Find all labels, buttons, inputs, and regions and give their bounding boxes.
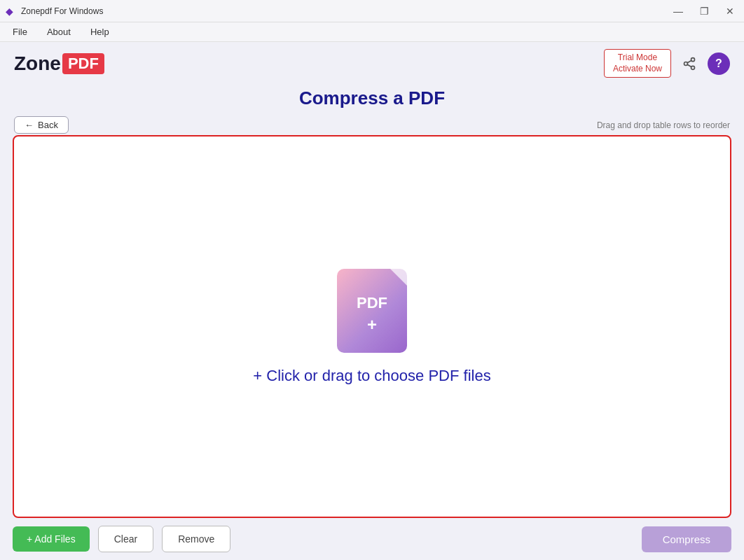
title-bar-left: ◆ Zonepdf For Windows	[6, 6, 103, 17]
pdf-icon-body: PDF +	[337, 269, 407, 353]
add-files-button[interactable]: + Add Files	[13, 526, 90, 552]
app-icon: ◆	[6, 6, 17, 17]
title-bar-controls: — ❐ ✕	[669, 5, 738, 18]
drop-zone[interactable]: PDF + + Click or drag to choose PDF file…	[13, 135, 731, 518]
drop-zone-cta: + Click or drag to choose PDF files	[253, 367, 490, 385]
page-title: Compress a PDF	[0, 88, 744, 109]
app-container: Zone PDF Trial Mode Activate Now ? Compr…	[0, 42, 744, 560]
maximize-button[interactable]: ❐	[696, 5, 713, 18]
back-label: Back	[38, 120, 58, 130]
remove-button[interactable]: Remove	[162, 526, 230, 552]
bottom-toolbar: + Add Files Clear Remove Compress	[0, 518, 744, 560]
drop-zone-wrapper: PDF + + Click or drag to choose PDF file…	[0, 135, 744, 518]
svg-line-3	[687, 64, 691, 66]
logo-pdf-text: PDF	[62, 53, 104, 74]
back-button[interactable]: ← Back	[14, 116, 69, 134]
menu-file[interactable]: File	[8, 25, 32, 38]
drag-hint: Drag and drop table rows to reorder	[597, 120, 730, 130]
menu-help[interactable]: Help	[86, 25, 113, 38]
share-button[interactable]	[678, 52, 701, 75]
pdf-icon-label: PDF	[357, 294, 387, 312]
pdf-drop-icon: PDF +	[337, 269, 407, 353]
help-button[interactable]: ?	[708, 52, 730, 75]
pdf-icon-plus: +	[367, 315, 377, 335]
title-bar: ◆ Zonepdf For Windows — ❐ ✕	[0, 0, 744, 22]
close-button[interactable]: ✕	[722, 5, 738, 18]
svg-line-4	[687, 60, 691, 62]
page-title-area: Compress a PDF	[0, 82, 744, 112]
clear-button[interactable]: Clear	[98, 526, 153, 552]
logo-zone-text: Zone	[14, 52, 61, 75]
menu-bar: File About Help	[0, 22, 744, 42]
header-actions: Trial Mode Activate Now ?	[604, 49, 730, 78]
back-arrow-icon: ←	[25, 120, 34, 130]
nav-area: ← Back Drag and drop table rows to reord…	[0, 112, 744, 135]
logo: Zone PDF	[14, 52, 104, 75]
menu-about[interactable]: About	[43, 25, 75, 38]
app-header: Zone PDF Trial Mode Activate Now ?	[0, 42, 744, 82]
minimize-button[interactable]: —	[669, 5, 687, 18]
title-bar-text: Zonepdf For Windows	[21, 6, 103, 16]
compress-button[interactable]: Compress	[642, 526, 731, 552]
pdf-icon-corner	[390, 269, 407, 286]
trial-mode-button[interactable]: Trial Mode Activate Now	[604, 49, 671, 78]
